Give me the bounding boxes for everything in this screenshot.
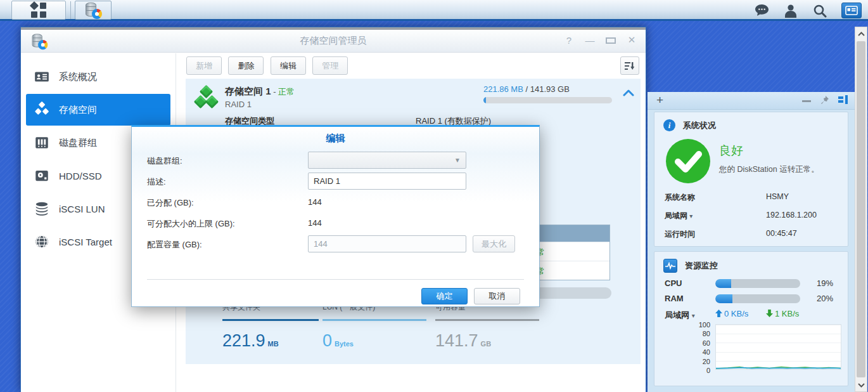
upload-series — [716, 368, 841, 369]
dock-right-icon[interactable] — [838, 95, 848, 107]
stat-value: 0 — [322, 331, 332, 350]
ok-button[interactable]: 确定 — [421, 288, 468, 304]
system-health-widget: i 系统状况 良好 您的 DiskStation 运转正常。 系统名称 HSMY… — [654, 112, 848, 247]
add-widget-button[interactable]: + — [656, 93, 663, 107]
network-chart — [715, 324, 841, 370]
chevron-down-icon: ▾ — [692, 312, 695, 319]
stat-unit: MB — [268, 340, 279, 348]
scrollbar-thumb[interactable] — [857, 41, 865, 377]
stat-unit: GB — [481, 340, 492, 348]
sidebar-item-label: iSCSI Target — [59, 237, 112, 247]
sidebar-item-label: iSCSI LUN — [59, 204, 105, 214]
volume-icon — [34, 101, 50, 118]
capacity-label: 配置容量 (GB): — [147, 239, 202, 251]
volume-subtitle: RAID 1 — [225, 100, 252, 109]
download-speed: 1 KB/s — [766, 309, 799, 319]
create-button[interactable]: 新增 — [186, 56, 222, 75]
stat-lun: LUN (一般文件) 0Bytes — [322, 302, 426, 351]
ram-label: RAM — [665, 294, 684, 303]
close-button[interactable]: ✕ — [627, 34, 637, 46]
widget-panel: + i 系统状况 良好 您的 DiskStation 运转正常。 系统名称 HS… — [648, 92, 855, 392]
main-menu-button[interactable] — [11, 1, 66, 20]
sort-button[interactable] — [620, 56, 639, 75]
volume-total: / 141.93 GB — [523, 84, 570, 94]
cancel-button[interactable]: 取消 — [474, 288, 520, 304]
manage-button[interactable]: 管理 — [312, 56, 348, 75]
disk-table-row: 正常 — [540, 242, 610, 261]
health-check-icon — [666, 139, 710, 183]
scroll-down-icon[interactable] — [855, 379, 867, 391]
ram-percent: 20% — [817, 294, 833, 303]
download-arrow-icon — [766, 310, 773, 319]
volume-name: 存储空间 1 — [225, 86, 271, 96]
disk-group-label: 磁盘群组: — [147, 155, 182, 167]
hdd-icon — [34, 167, 50, 184]
system-overview-icon — [34, 69, 50, 85]
upload-speed: 0 KB/s — [715, 309, 748, 319]
chevron-down-icon: ▾ — [689, 212, 692, 219]
dialog-title: 编辑 — [132, 127, 539, 150]
iscsi-lun-icon — [34, 200, 50, 217]
uptime-value: 00:45:47 — [766, 229, 797, 238]
usage-bar-fragment — [539, 287, 611, 299]
help-button[interactable]: ? — [564, 35, 574, 46]
minimize-button[interactable]: — — [585, 35, 595, 46]
storage-manager-taskbar-button[interactable] — [75, 1, 112, 20]
health-status: 良好 — [719, 143, 743, 159]
iscsi-target-icon — [34, 233, 50, 250]
disk-table-header-fragment — [540, 225, 610, 242]
window-title: 存储空间管理员 — [21, 35, 646, 47]
sidebar-item-label: 磁盘群组 — [59, 137, 97, 149]
search-icon[interactable] — [812, 3, 827, 18]
disk-table-fragment: 正常 正常 — [539, 225, 610, 280]
volume-cubes-icon — [195, 86, 219, 110]
stat-unit: Bytes — [335, 340, 354, 348]
stat-shared-folders: 共享文件夹 221.9MB — [222, 302, 319, 351]
storage-manager-icon — [85, 2, 101, 18]
sort-descending-icon — [625, 62, 635, 70]
stat-rule — [322, 319, 426, 321]
disk-group-select[interactable]: ▼ — [308, 152, 466, 169]
volume-name-separator: - — [271, 87, 279, 96]
scroll-up-icon[interactable] — [855, 27, 867, 40]
widget-minimize-icon[interactable] — [802, 100, 811, 102]
pin-icon[interactable] — [820, 95, 829, 107]
disk-table-row: 正常 — [540, 261, 610, 280]
taskbar — [0, 0, 868, 21]
stat-rule — [222, 319, 319, 321]
allocated-value: 144 — [308, 197, 322, 207]
maximize-capacity-button[interactable]: 最大化 — [473, 235, 515, 252]
allocated-label: 已分配 (GB): — [147, 197, 194, 209]
dialog-divider — [147, 279, 524, 280]
delete-button[interactable]: 删除 — [228, 56, 264, 75]
stat-value: 221.9 — [222, 331, 265, 350]
volume-used: 221.86 MB — [483, 84, 523, 94]
resource-monitor-title: 资源监控 — [685, 260, 718, 271]
edit-dialog: 编辑 磁盘群组: ▼ 描述: 已分配 (GB): 144 可分配大小的上限 (G… — [131, 125, 540, 307]
chart-y-axis: 100 80 60 40 20 0 — [680, 320, 710, 375]
notifications-icon[interactable] — [754, 3, 769, 18]
volume-status: 正常 — [278, 87, 295, 96]
widgets-toggle-button[interactable] — [841, 3, 862, 18]
max-allocatable-label: 可分配大小的上限 (GB): — [147, 218, 235, 230]
system-health-title: 系统状况 — [683, 120, 716, 131]
lan-dropdown[interactable]: 局域网 ▾ — [665, 310, 695, 321]
desktop-scrollbar[interactable] — [855, 27, 867, 392]
description-input[interactable] — [308, 173, 466, 190]
max-allocatable-value: 144 — [308, 218, 322, 228]
window-titlebar[interactable]: 存储空间管理员 ? — ✕ — [21, 30, 646, 53]
maximize-button[interactable] — [606, 35, 616, 46]
sidebar-item-volume[interactable]: 存储空间 — [26, 94, 170, 126]
lan-label[interactable]: 局域网 ▾ — [665, 211, 692, 221]
lan-ip-value: 192.168.1.200 — [766, 211, 817, 219]
edit-button[interactable]: 编辑 — [271, 56, 306, 75]
resource-monitor-icon — [663, 259, 677, 273]
user-icon[interactable] — [783, 3, 798, 18]
stat-rule — [435, 319, 539, 321]
collapse-chevron-icon[interactable] — [623, 89, 634, 98]
widget-panel-header: + — [648, 92, 855, 110]
capacity-input[interactable] — [308, 235, 466, 252]
sidebar-item-label: HDD/SSD — [59, 171, 102, 181]
upload-arrow-icon — [715, 310, 722, 319]
sidebar-item-system-overview[interactable]: 系统概况 — [26, 61, 170, 93]
